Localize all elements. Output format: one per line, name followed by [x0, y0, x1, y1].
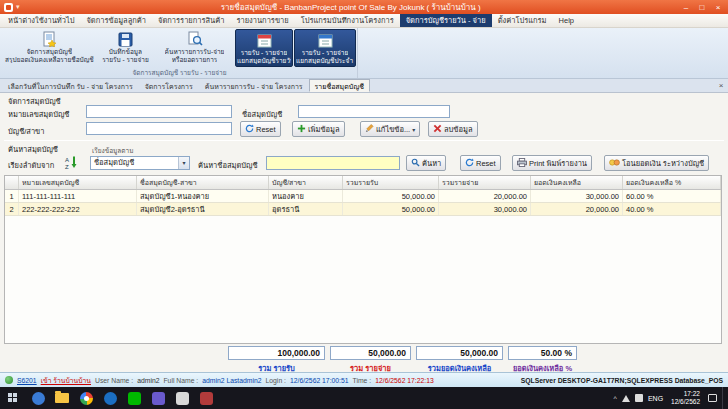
search-button-label: ค้นหา	[422, 157, 441, 169]
manage-account-section-title: จัดการสมุดบัญชี	[8, 95, 61, 107]
cell-expense: 20,000.00	[439, 190, 531, 202]
close-button[interactable]: ×	[710, 1, 726, 14]
support-code-link[interactable]: S6201	[17, 377, 37, 384]
ribbon-button-label: ค้นหารายการรับ-จ่าย	[165, 48, 225, 56]
taskbar-clock[interactable]: 17:22 12/6/2562	[668, 390, 703, 406]
account-book-icon	[41, 30, 57, 48]
menu-tab-general-windows[interactable]: หน้าต่างใช้งานทั่วไป	[2, 14, 80, 27]
cell-account-name: สมุดบัญชี1-หนองคาย	[137, 190, 269, 202]
total-balance-box: 50,000.00	[416, 346, 503, 360]
show-desktop-strip[interactable]	[722, 387, 726, 409]
table-row[interactable]: 1 111-111-111-111 สมุดบัญชี1-หนองคาย หนอ…	[5, 190, 721, 203]
svg-text:A: A	[65, 157, 69, 163]
combo-arrow-icon[interactable]: ▾	[178, 157, 189, 169]
taskbar-app-icon[interactable]	[74, 387, 98, 409]
cell-balance-percent: 60.00 %	[623, 190, 721, 202]
chrome-icon	[80, 392, 93, 405]
taskbar-app-icon[interactable]	[194, 387, 218, 409]
calendar-day-icon	[257, 31, 272, 49]
taskbar-app-icon[interactable]	[122, 387, 146, 409]
taskbar-app-icon[interactable]	[98, 387, 122, 409]
grid-col-balance-percent[interactable]: ยอดเงินคงเหลือ %	[623, 176, 721, 189]
clock-time: 17:22	[684, 390, 700, 398]
table-row[interactable]: 2 222-222-222-222 สมุดบัญชี2-อุดรธานี อุ…	[5, 203, 721, 216]
delete-button[interactable]: ลบข้อมูล	[428, 121, 478, 137]
edit-button-label: แก้ไขข้อ...	[376, 123, 410, 135]
doc-tab-manage-project[interactable]: จัดการโครงการ	[139, 79, 199, 92]
doc-tab-account-list[interactable]: รายชื่อสมุดบัญชี	[309, 79, 370, 92]
menu-tab-sales-report[interactable]: รายงานการขาย	[230, 14, 294, 27]
main-content: จัดการสมุดบัญชี หมายเลขสมุดบัญชี ชื่อสมุ…	[0, 93, 728, 372]
plus-icon	[297, 124, 306, 135]
grid-col-branch[interactable]: บัญชี/สาขา	[269, 176, 343, 189]
taskbar-app-icon[interactable]	[170, 387, 194, 409]
start-button[interactable]	[0, 387, 26, 409]
menu-tab-settings[interactable]: ตั้งค่าโปรแกรม	[492, 14, 553, 27]
search-reset-button-label: Reset	[476, 159, 496, 168]
chevron-down-icon: ▾	[412, 126, 415, 133]
menu-tab-products[interactable]: จัดการรายการสินค้า	[152, 14, 230, 27]
ribbon-button-daily-ledger[interactable]: รายรับ - รายจ่าย แยกสมุดบัญชีรายวันที่	[235, 29, 293, 67]
login-time-value: 12/6/2562 17:00:51	[290, 377, 349, 384]
tray-chevron-icon[interactable]: ^	[614, 395, 617, 402]
ribbon-button-label: หรือยอดรายการ	[172, 56, 218, 64]
shop-link[interactable]: เข้า ร้านบ้านบ้าน	[41, 375, 91, 386]
taskbar-app-icon[interactable]	[50, 387, 74, 409]
reset-button[interactable]: Reset	[240, 121, 281, 137]
ribbon-button-save-income-expense[interactable]: บันทึกข้อมูล รายรับ - รายจ่าย	[97, 29, 154, 67]
minimize-button[interactable]: –	[678, 1, 694, 14]
tab-close-icon[interactable]: ×	[714, 79, 728, 92]
account-number-input[interactable]	[86, 105, 232, 118]
network-icon[interactable]	[622, 395, 630, 402]
money-transfer-icon	[609, 158, 620, 169]
cell-branch: อุดรธานี	[269, 203, 343, 215]
menu-tab-customers[interactable]: จัดการข้อมูลลูกค้า	[80, 14, 152, 27]
taskbar-app-icon[interactable]	[146, 387, 170, 409]
add-button[interactable]: เพิ่มข้อมูล	[292, 121, 345, 137]
search-reset-button[interactable]: Reset	[460, 155, 501, 171]
doc-tab-select-date[interactable]: เลือกวันที่ในการบันทึก รับ - จ่าย โครงกา…	[2, 79, 139, 92]
cell-account-no: 111-111-111-111	[19, 190, 137, 202]
add-button-label: เพิ่มข้อมูล	[308, 123, 340, 135]
grid-col-rownum[interactable]	[5, 176, 19, 189]
ribbon-group-caption: จัดการสมุดบัญชี รายรับ - รายจ่าย	[2, 67, 357, 78]
action-center-icon[interactable]	[708, 394, 717, 402]
ribbon-button-monthly-ledger[interactable]: รายรับ - รายจ่าย แยกสมุดบัญชีประจำ เดือน…	[294, 29, 356, 67]
sort-by-combo[interactable]: ชื่อสมุดบัญชี ▾	[90, 156, 190, 170]
volume-icon[interactable]	[635, 394, 643, 402]
edit-button[interactable]: แก้ไขข้อ... ▾	[360, 121, 420, 137]
accounts-grid[interactable]: หมายเลขสมุดบัญชี ชื่อสมุดบัญชี-สาขา บัญช…	[4, 175, 722, 344]
app-icon	[4, 3, 13, 12]
grid-col-balance[interactable]: ยอดเงินคงเหลือ	[531, 176, 623, 189]
branch-input[interactable]	[86, 122, 232, 135]
ribbon-button-label: จัดการสมุดบัญชี	[27, 48, 73, 56]
branch-label: บัญชี/สาขา	[8, 125, 44, 137]
cell-account-name: สมุดบัญชี2-อุดรธานี	[137, 203, 269, 215]
taskbar: ^ ENG 17:22 12/6/2562	[0, 387, 728, 409]
maximize-button[interactable]: □	[694, 1, 710, 14]
menu-tab-help[interactable]: Help	[553, 14, 580, 27]
search-account-input[interactable]	[266, 156, 400, 170]
titlebar: ▾ รายชื่อสมุดบัญชี - BanbanProject point…	[0, 0, 728, 14]
account-name-input[interactable]	[298, 105, 450, 118]
ribbon-button-search-transactions[interactable]: ค้นหารายการรับ-จ่าย หรือยอดรายการ	[155, 29, 234, 67]
grid-col-account-no[interactable]: หมายเลขสมุดบัญชี	[19, 176, 137, 189]
language-indicator[interactable]: ENG	[648, 395, 663, 402]
grid-col-expense[interactable]: รวมรายจ่าย	[439, 176, 531, 189]
grid-col-account-name[interactable]: ชื่อสมุดบัญชี-สาขา	[137, 176, 269, 189]
calendar-month-icon	[318, 31, 333, 49]
cell-balance-percent: 40.00 %	[623, 203, 721, 215]
grid-col-income[interactable]: รวมรายรับ	[343, 176, 439, 189]
user-name-label: User Name :	[95, 377, 133, 384]
doc-tab-search-project-transactions[interactable]: ค้นหารายการรับ - จ่าย โครงการ	[199, 79, 309, 92]
taskbar-app-icon[interactable]	[26, 387, 50, 409]
search-button[interactable]: ค้นหา	[406, 155, 446, 171]
transfer-balance-button[interactable]: โอนยอดเงิน ระหว่างบัญชี	[604, 155, 709, 171]
ribbon-button-label: บันทึกข้อมูล	[109, 48, 142, 56]
menu-tab-project-records[interactable]: โปรแกรมบันทึกงานโครงการ	[295, 14, 400, 27]
menu-tab-daily-ledger[interactable]: จัดการบัญชีรายวัน - จ่าย	[400, 14, 492, 27]
quick-access-dropdown-icon[interactable]: ▾	[16, 3, 20, 11]
status-bar: S6201 เข้า ร้านบ้านบ้าน User Name : admi…	[0, 372, 728, 387]
print-button[interactable]: Print พิมพ์รายงาน	[512, 155, 592, 171]
ribbon-button-manage-accounts[interactable]: จัดการสมุดบัญชี สรุปยอดเงินคงเหลือรายชื่…	[3, 29, 96, 67]
